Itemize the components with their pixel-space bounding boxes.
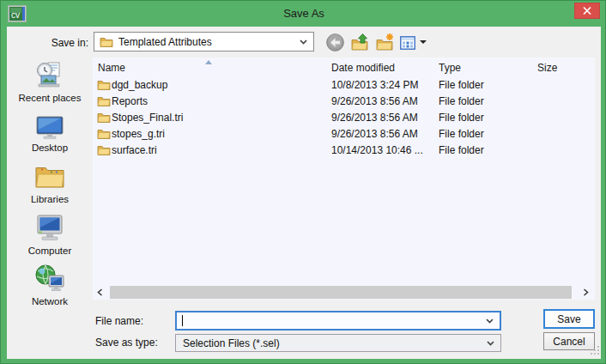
file-name: Stopes_Final.tri <box>112 112 326 124</box>
save-as-type-value: Selection Files (*.sel) <box>183 337 280 349</box>
cancel-button-label: Cancel <box>553 336 585 348</box>
file-type: File folder <box>439 95 533 107</box>
new-folder-button[interactable] <box>375 33 395 52</box>
file-type: File folder <box>439 144 533 156</box>
new-folder-icon <box>375 33 395 52</box>
sort-ascending-icon <box>205 60 212 64</box>
file-type: File folder <box>439 79 533 91</box>
file-name: stopes_g.tri <box>112 128 326 140</box>
file-rows: dgd_backup 10/8/2013 3:24 PM File folder… <box>93 77 595 159</box>
back-icon <box>326 33 344 52</box>
file-name-label: File name: <box>95 315 143 327</box>
sidebar-item-label: Computer <box>7 246 93 256</box>
file-row[interactable]: surface.tri 10/14/2013 10:46 ... File fo… <box>93 143 595 159</box>
chevron-down-icon <box>486 318 494 324</box>
folder-icon <box>97 79 111 91</box>
file-date-modified: 10/14/2013 10:46 ... <box>331 144 434 156</box>
save-as-type-label: Save as type: <box>95 337 158 349</box>
view-menu-button[interactable] <box>399 34 416 52</box>
sidebar-item-recent-places[interactable]: Recent places <box>7 60 93 103</box>
cancel-button[interactable]: Cancel <box>543 332 595 350</box>
libraries-icon <box>34 163 65 191</box>
view-menu-icon <box>400 36 415 50</box>
computer-icon <box>34 214 65 242</box>
network-icon <box>34 264 65 293</box>
sidebar-item-desktop[interactable]: Desktop <box>7 116 93 153</box>
folder-icon <box>97 128 111 140</box>
save-as-dialog: cv Save As Save in: Templated Attributes <box>0 0 606 364</box>
sidebar-item-label: Network <box>7 296 93 306</box>
save-in-combobox[interactable]: Templated Attributes <box>94 32 314 52</box>
sidebar-item-label: Desktop <box>7 143 93 153</box>
file-row[interactable]: Reports 9/26/2013 8:56 AM File folder <box>93 94 595 110</box>
view-menu-caret-icon[interactable] <box>420 40 427 44</box>
chevron-down-icon <box>300 39 307 45</box>
sidebar-item-network[interactable]: Network <box>7 264 93 306</box>
file-type: File folder <box>439 128 533 140</box>
horizontal-scrollbar[interactable] <box>93 285 595 300</box>
save-in-value: Templated Attributes <box>118 36 212 48</box>
file-name-input[interactable] <box>175 311 501 331</box>
close-icon <box>583 7 591 15</box>
folder-icon <box>100 36 113 48</box>
sidebar-item-label: Recent places <box>7 93 93 103</box>
file-name: dgd_backup <box>112 79 326 91</box>
file-date-modified: 9/26/2013 8:56 AM <box>331 112 434 124</box>
file-date-modified: 10/8/2013 3:24 PM <box>331 79 434 91</box>
back-button[interactable] <box>325 33 345 52</box>
text-caret <box>182 315 183 326</box>
column-header-type[interactable]: Type <box>439 62 461 74</box>
desktop-icon <box>35 116 64 139</box>
file-name: Reports <box>112 95 326 107</box>
folder-icon <box>97 95 111 107</box>
scroll-right-icon[interactable] <box>583 288 589 296</box>
sidebar-item-libraries[interactable]: Libraries <box>7 163 93 204</box>
file-row[interactable]: Stopes_Final.tri 9/26/2013 8:56 AM File … <box>93 110 595 126</box>
column-header-date-modified[interactable]: Date modified <box>331 62 395 74</box>
column-header-name[interactable]: Name <box>98 62 125 74</box>
sidebar-item-computer[interactable]: Computer <box>7 214 93 256</box>
resize-grip[interactable] <box>591 346 600 355</box>
up-folder-icon <box>350 33 370 52</box>
folder-icon <box>97 144 111 156</box>
file-date-modified: 9/26/2013 8:56 AM <box>331 128 434 140</box>
save-button[interactable]: Save <box>543 309 595 329</box>
file-row[interactable]: stopes_g.tri 9/26/2013 8:56 AM File fold… <box>93 126 595 143</box>
up-one-level-button[interactable] <box>350 33 370 52</box>
file-type: File folder <box>439 112 533 124</box>
window-title: Save As <box>1 1 606 27</box>
file-row[interactable]: dgd_backup 10/8/2013 3:24 PM File folder <box>93 77 595 94</box>
column-header-size[interactable]: Size <box>537 62 557 74</box>
chevron-down-icon <box>487 341 494 346</box>
save-button-label: Save <box>557 313 580 325</box>
recent-places-icon <box>34 60 65 89</box>
save-as-type-select[interactable]: Selection Files (*.sel) <box>175 334 501 352</box>
save-in-label: Save in: <box>27 37 88 49</box>
file-date-modified: 9/26/2013 8:56 AM <box>331 95 434 107</box>
scroll-left-icon[interactable] <box>97 288 103 296</box>
file-name: surface.tri <box>112 144 326 156</box>
folder-icon <box>97 112 111 124</box>
file-list[interactable]: Name Date modified Type Size dgd_backup … <box>93 58 595 300</box>
scrollbar-thumb[interactable] <box>110 286 572 299</box>
close-button[interactable] <box>574 3 600 19</box>
sidebar-item-label: Libraries <box>7 194 93 204</box>
